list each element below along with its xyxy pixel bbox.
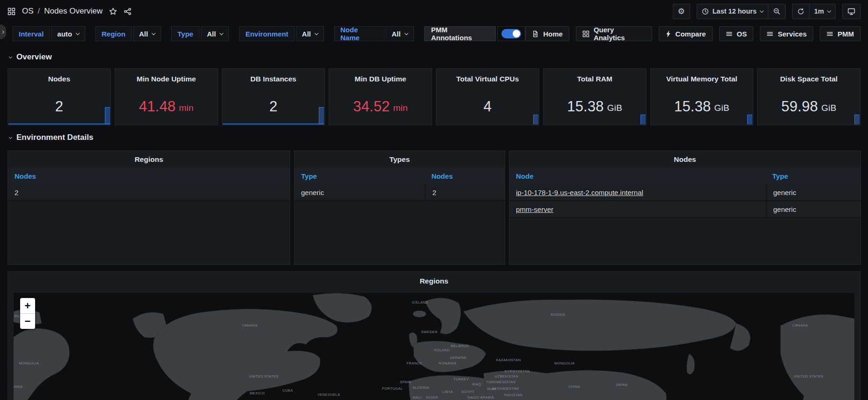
map-country-label: ROMANIA [439,361,456,365]
map-country-label: CANADA [242,323,258,327]
map-country-label: MEXICO [250,391,265,395]
pmm-annotations-label: PMM Annotations [424,26,496,41]
stats-row: Nodes 2 Min Node Uptime 41.48min DB Inst… [7,68,861,125]
home-button[interactable]: Home [525,26,569,41]
panel-title[interactable]: Disk Space Total [758,75,860,83]
node-link[interactable]: pmm-server [516,205,553,213]
column-header-node[interactable]: Node [509,172,766,180]
chevron-down-icon [152,31,155,35]
section-environment-details[interactable]: Environment Details [9,132,861,143]
table-row: generic 2 [294,184,505,201]
panel-title[interactable]: Regions [8,151,290,168]
type-dropdown[interactable]: All [201,26,229,41]
variable-label: Type [171,26,199,41]
column-header-nodes[interactable]: Nodes [8,172,290,180]
breadcrumb-page-title[interactable]: Nodes Overview [44,7,103,16]
breadcrumb-app[interactable]: OS [22,7,34,16]
pmm-button[interactable]: PMM [820,26,861,41]
stat-panel-disk-space-total: Disk Space Total 59.98GiB [757,68,861,125]
sparkline-bar [747,115,752,124]
services-button[interactable]: Services [760,26,813,41]
panel-title[interactable]: Min Node Uptime [115,75,218,83]
sidebar-expand-handle[interactable] [0,24,6,39]
chevron-down-icon [9,135,12,138]
map-country-label: POLAND [434,348,449,352]
panel-title[interactable]: Regions [8,272,860,291]
clock-icon [702,8,709,15]
variable-label: Interval [13,26,50,41]
tables-row: Regions Nodes 2 Types Type Nodes generic… [7,151,861,265]
nodes-table-panel: Nodes Node Type ip-10-178-1-9.us-east-2.… [509,151,861,265]
panel-title[interactable]: Min DB Uptime [329,75,432,83]
map-country-label: JAPAN [616,383,628,387]
chevron-down-icon [760,8,764,12]
dashboard-settings-button[interactable]: ⚙ [673,4,690,19]
chevron-down-icon [9,55,12,58]
map-country-label: SWEDEN [421,330,437,334]
map-content: RUSSIA MONGOLIA CHINA CANADA UNITED STAT… [8,291,860,400]
column-header-type[interactable]: Type [294,172,425,180]
panel-title[interactable]: Total RAM [544,75,646,83]
variable-node-name: Node Name All [334,26,414,41]
panel-title[interactable]: Nodes [8,75,110,83]
table-row: ip-10-178-1-9.us-east-2.compute.internal… [509,184,861,201]
map-country-label: NIGER [426,395,438,400]
zoom-out-time-button[interactable] [768,4,785,19]
apps-grid-icon[interactable] [7,7,15,15]
map-country-label: UNITED STATES [794,374,824,378]
map-country-label: TURKEY [454,377,469,381]
panel-title[interactable]: DB Instances [222,75,325,83]
pmm-annotations-control: PMM Annotations [424,26,526,41]
cycle-view-button[interactable] [842,4,861,19]
panel-title[interactable]: Virtual Memory Total [651,75,753,83]
sparkline-bar [640,115,646,124]
chevron-down-icon [220,31,223,35]
sparkline-bar [319,107,324,124]
chevron-down-icon [404,31,408,35]
time-range-button[interactable]: Last 12 hours [697,4,768,19]
map-country-label: MALI [413,395,422,400]
share-alt-icon[interactable] [124,7,132,15]
node-link[interactable]: ip-10-178-1-9.us-east-2.compute.internal [516,189,643,196]
query-analytics-button[interactable]: Query Analytics [576,26,652,41]
refresh-button[interactable] [793,4,809,19]
sparkline-bar [854,115,860,124]
refresh-group: 1m [792,4,836,19]
regions-map-panel: Regions [7,271,861,400]
refresh-interval-dropdown[interactable]: 1m [809,4,835,19]
pmm-annotations-toggle[interactable] [497,26,525,41]
world-map[interactable]: RUSSIA MONGOLIA CHINA CANADA UNITED STAT… [14,293,854,400]
os-button[interactable]: OS [719,26,754,41]
panel-title[interactable]: Total Virtual CPUs [436,75,539,83]
column-header-nodes[interactable]: Nodes [425,172,505,180]
map-country-label: SAUDI ARABIA [468,395,494,400]
gear-icon: ⚙ [678,7,685,15]
compare-button[interactable]: Compare [659,26,713,41]
map-country-label: ALGERIA [412,385,429,390]
cell-type: generic [766,184,861,200]
map-zoom-in-button[interactable]: + [20,298,35,313]
column-header-type[interactable]: Type [766,172,861,180]
chevron-right-icon [1,30,4,33]
variable-label: Region [96,26,132,41]
node-name-dropdown[interactable]: All [386,26,414,41]
environment-dropdown[interactable]: All [296,26,324,41]
map-country-label: BELARUS [451,344,469,348]
map-country-label: UNITED STATES [249,374,279,378]
region-dropdown[interactable]: All [133,26,161,41]
chevron-down-icon [827,8,831,12]
sparkline-bar [105,107,110,124]
stat-panel-virtual-memory-total: Virtual Memory Total 15.38GiB [650,68,754,125]
time-range-label: Last 12 hours [713,7,757,15]
map-country-label: MONGOLIA [554,361,575,365]
table-row: 2 [8,184,290,201]
star-icon[interactable] [109,7,117,15]
interval-dropdown[interactable]: auto [51,26,85,41]
map-country-label: UZBEKISTAN [495,374,518,378]
refresh-icon [797,8,804,15]
panel-title[interactable]: Types [294,151,505,168]
map-zoom-out-button[interactable]: − [20,313,35,329]
panel-title[interactable]: Nodes [509,151,861,168]
map-country-label: PORTUGAL [382,386,403,391]
section-overview[interactable]: Overview [9,51,861,63]
